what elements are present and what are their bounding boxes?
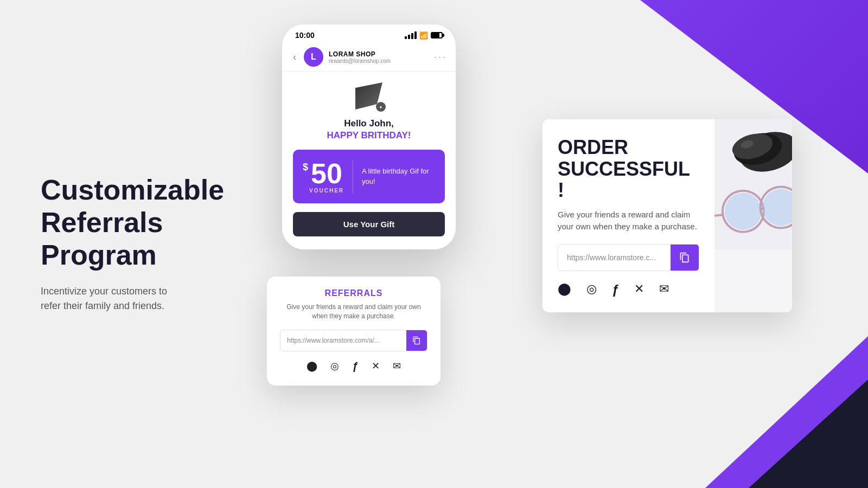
referral-copy-button[interactable] (406, 330, 427, 351)
phone-mockup: 10:00 📶 ‹ L LORAM SHOP rewards@loramshop… (282, 24, 456, 249)
voucher-amount: 50 (311, 159, 342, 188)
sender-info: LORAM SHOP rewards@loramshop.com (329, 50, 429, 64)
hello-text: Hello John, (293, 118, 445, 129)
referral-url-input[interactable] (280, 331, 406, 350)
email-header: ‹ L LORAM SHOP rewards@loramshop.com ··· (282, 43, 456, 72)
referrals-description: Give your friends a reward and claim you… (280, 303, 427, 321)
order-url-input[interactable] (558, 247, 671, 268)
voucher-description: A little birthday Gif for you! (362, 166, 435, 186)
order-title: ORDER SUCCESSFUL ! (558, 137, 699, 201)
order-email-icon[interactable]: ✉ (659, 282, 669, 297)
phone-email-body: ● Hello John, HAPPY BRITHDAY! $ 50 VOUCH… (282, 72, 456, 249)
signal-bars-icon (405, 31, 417, 39)
email-icon[interactable]: ✉ (393, 360, 401, 373)
phone-icons: 📶 (405, 31, 443, 40)
sender-email: rewards@loramshop.com (329, 58, 429, 64)
battery-icon (431, 32, 443, 38)
back-button[interactable]: ‹ (291, 49, 298, 65)
more-options-icon[interactable]: ··· (434, 52, 447, 63)
referral-url-row (280, 330, 427, 351)
hero-text: Customizable Referrals Program Incentivi… (41, 174, 258, 313)
referrals-card: REFERRALS Give your friends a reward and… (267, 277, 441, 386)
referrals-title: REFERRALS (280, 288, 427, 298)
order-copy-icon (679, 252, 690, 263)
birthday-text: HAPPY BRITHDAY! (293, 130, 445, 141)
order-twitter-icon[interactable]: ✓ (634, 282, 644, 297)
voucher-divider (353, 160, 353, 193)
order-url-row (558, 244, 699, 271)
order-card-inner: ORDER SUCCESSFUL ! Give your friends a r… (542, 119, 792, 312)
sender-avatar: L (304, 47, 323, 67)
copy-icon (412, 336, 421, 345)
glasses-image (714, 119, 792, 249)
messenger-icon[interactable]: 💬 (330, 360, 339, 373)
facebook-icon[interactable]: 𝔽 (352, 360, 358, 373)
order-copy-button[interactable] (671, 245, 699, 271)
currency-symbol: $ (303, 162, 308, 173)
order-social-icons: ✉ ✉ ✓ ✓ ✉ (558, 282, 699, 297)
main-title: Customizable Referrals Program (41, 174, 258, 271)
twitter-icon[interactable]: 𝕏 (372, 360, 380, 373)
order-card-left: ORDER SUCCESSFUL ! Give your friends a r… (542, 119, 714, 312)
voucher-label: VOUCHER (309, 188, 344, 194)
order-facebook-icon[interactable]: ✓ (612, 282, 619, 297)
sub-title: Incentivize your customers to refer thei… (41, 285, 258, 314)
phone-time: 10:00 (295, 31, 315, 40)
email-logo: ● (293, 82, 445, 110)
whatsapp-icon[interactable]: 💬 (307, 360, 317, 373)
sender-name: LORAM SHOP (329, 50, 429, 58)
logo-badge: ● (376, 102, 386, 112)
voucher-amount-section: $ 50 VOUCHER (303, 159, 344, 194)
phone-status-bar: 10:00 📶 (282, 24, 456, 43)
voucher-card: $ 50 VOUCHER A little birthday Gif for y… (293, 150, 445, 203)
order-description: Give your friends a reward and claim you… (558, 209, 699, 233)
order-card-image (714, 119, 792, 312)
order-whatsapp-icon[interactable]: ✉ (558, 282, 571, 297)
order-messenger-icon[interactable]: ✉ (586, 282, 597, 297)
wifi-icon: 📶 (419, 31, 428, 40)
order-card: ORDER SUCCESSFUL ! Give your friends a r… (542, 119, 792, 312)
use-gift-button[interactable]: Use Your Gift (293, 212, 445, 236)
referral-social-icons: 💬 💬 𝔽 𝕏 ✉ (280, 360, 427, 373)
